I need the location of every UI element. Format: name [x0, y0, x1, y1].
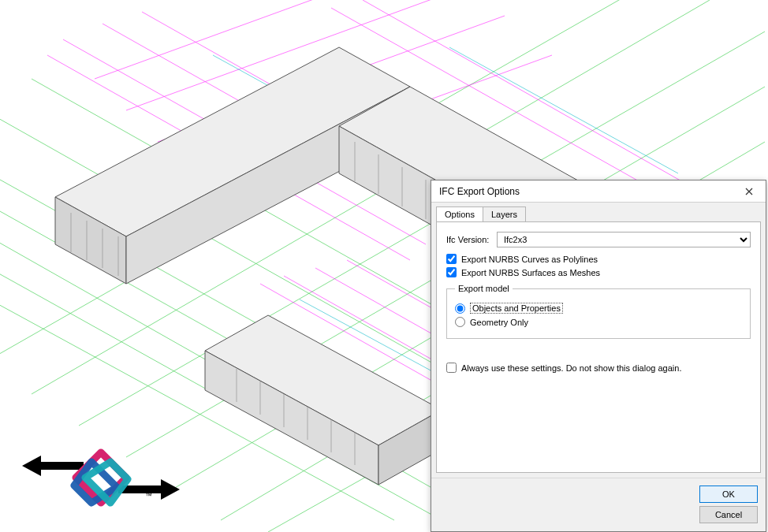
radio-objects-properties-label: Objects and Properties: [470, 303, 563, 314]
cancel-button[interactable]: Cancel: [699, 506, 758, 523]
tab-options-body: Ifc Version: Ifc2x3 Export NURBS Curves …: [436, 221, 761, 473]
checkbox-nurbs-surfaces[interactable]: Export NURBS Surfaces as Meshes: [446, 267, 751, 277]
ifc-logo: ™: [22, 446, 180, 509]
radio-objects-properties-input[interactable]: [455, 303, 465, 314]
checkbox-nurbs-curves[interactable]: Export NURBS Curves as Polylines: [446, 254, 751, 264]
checkbox-always-use-label: Always use these settings. Do not show t…: [461, 363, 681, 373]
close-icon[interactable]: [737, 183, 761, 200]
dialog-title: IFC Export Options: [439, 186, 520, 197]
svg-line-20: [95, 0, 442, 79]
checkbox-always-use-input[interactable]: [446, 363, 457, 373]
checkbox-nurbs-curves-input[interactable]: [446, 254, 457, 264]
radio-geometry-only-label: Geometry Only: [470, 318, 528, 327]
tabs-row: Options Layers: [431, 203, 766, 221]
checkbox-nurbs-surfaces-label: Export NURBS Surfaces as Meshes: [461, 268, 600, 277]
export-model-group: Export model Objects and Properties Geom…: [446, 284, 751, 339]
tab-options[interactable]: Options: [436, 206, 483, 221]
radio-geometry-only-input[interactable]: [455, 317, 465, 327]
radio-geometry-only[interactable]: Geometry Only: [455, 317, 742, 327]
ifc-version-label: Ifc Version:: [446, 235, 497, 244]
svg-marker-57: [22, 456, 84, 476]
checkbox-nurbs-surfaces-input[interactable]: [446, 267, 457, 277]
export-model-legend: Export model: [455, 284, 513, 293]
ifc-export-options-dialog: IFC Export Options Options Layers Ifc Ve…: [431, 180, 766, 532]
tab-layers[interactable]: Layers: [483, 206, 526, 221]
checkbox-nurbs-curves-label: Export NURBS Curves as Polylines: [461, 255, 598, 264]
dialog-button-bar: OK Cancel: [431, 478, 766, 531]
dialog-titlebar[interactable]: IFC Export Options: [431, 180, 766, 203]
svg-text:™: ™: [145, 492, 152, 500]
radio-objects-properties[interactable]: Objects and Properties: [455, 303, 742, 314]
ifc-version-select[interactable]: Ifc2x3: [497, 232, 751, 247]
checkbox-always-use[interactable]: Always use these settings. Do not show t…: [446, 363, 751, 373]
ok-button[interactable]: OK: [699, 485, 758, 503]
